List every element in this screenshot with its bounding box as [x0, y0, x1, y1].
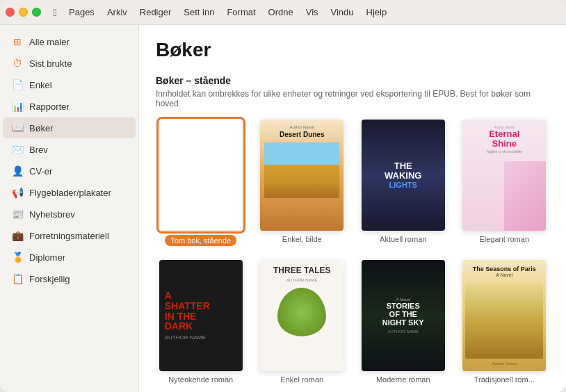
menu-format[interactable]: Format [221, 6, 261, 19]
megaphone-icon: 📢 [11, 186, 24, 199]
menu-sett-inn[interactable]: Sett inn [178, 6, 220, 19]
content-area: Bøker Bøker – stående Innholdet kan ombr… [139, 25, 566, 392]
menu-pages[interactable]: Pages [63, 6, 100, 19]
template-nytenkende-roman[interactable]: ASHATTERIN THEDARK AUTHOR NAME Nytenkend… [156, 260, 246, 384]
template-cover-tom-bok[interactable] [159, 120, 243, 231]
sidebar-item-alle-maler[interactable]: ⊞ Alle maler [3, 31, 136, 52]
template-cover-enkel-bilde[interactable]: Author Name Desert Dunes [260, 120, 343, 231]
menu-bar-items: Pages Arkiv Rediger Sett inn Format Ordn… [63, 6, 392, 19]
three-title: THREE TALES [273, 266, 330, 275]
template-cover-enkel-roman[interactable]: THREE TALES AUTHOR NAME [260, 260, 343, 371]
menu-rediger[interactable]: Rediger [134, 6, 177, 19]
section-desc: Innholdet kan ombrekkes for ulike enhete… [156, 89, 549, 108]
template-cover-elegant-roman[interactable]: Author Name EternalShine Tagline or shor… [462, 120, 546, 231]
seasons-title: The Seasons of Paris [473, 266, 536, 272]
template-grid-row2: ASHATTERIN THEDARK AUTHOR NAME Nytenkend… [156, 260, 549, 384]
template-label-enkel-roman: Enkel roman [280, 375, 323, 384]
template-label-nytenkende-roman: Nytenkende roman [168, 375, 233, 384]
template-label-enkel-bilde: Enkel, bilde [282, 235, 322, 243]
seasons-cover: The Seasons of Paris A Novel Author Name [462, 260, 546, 371]
misc-icon: 📋 [11, 272, 24, 285]
waking-title: THE WAKING LIGHTS [385, 161, 421, 190]
close-button[interactable] [6, 8, 15, 17]
grid-icon: ⊞ [11, 35, 24, 48]
template-enkel-roman[interactable]: THREE TALES AUTHOR NAME Enkel roman [257, 260, 348, 384]
sidebar-item-forretnings[interactable]: 💼 Forretningsmateriell [3, 225, 136, 246]
seasons-author: Author Name [492, 361, 517, 366]
template-cover-aktuell-roman[interactable]: THE WAKING LIGHTS [362, 120, 445, 231]
desert-cover: Author Name Desert Dunes [260, 120, 343, 231]
section-header: Bøker – stående Innholdet kan ombrekkes … [156, 75, 549, 108]
shatter-title: ASHATTERIN THEDARK [165, 291, 210, 332]
envelope-icon: ✉️ [11, 143, 24, 156]
template-label-tradisjonell-roman: Tradisjonell rom... [474, 375, 535, 384]
sidebar-item-boker[interactable]: 📖 Bøker [3, 117, 136, 138]
page-title: Bøker [156, 39, 549, 61]
menu-vindu[interactable]: Vindu [325, 6, 359, 19]
apple-icon[interactable]:  [49, 7, 60, 18]
menu-vis[interactable]: Vis [300, 6, 324, 19]
template-tom-bok[interactable]: Tom bok, stående [156, 120, 246, 246]
sidebar: ⊞ Alle maler ⏱ Sist brukte 📄 Enkel 📊 Rap… [0, 25, 139, 392]
shatter-cover: ASHATTERIN THEDARK AUTHOR NAME [159, 260, 243, 371]
desert-title: Desert Dunes [280, 131, 324, 138]
template-tradisjonell-roman[interactable]: The Seasons of Paris A Novel Author Name… [460, 260, 550, 384]
desert-author: Author Name [290, 125, 314, 129]
sidebar-item-nyhetsbrev[interactable]: 📰 Nyhetsbrev [3, 204, 136, 224]
waking-cover: THE WAKING LIGHTS [362, 120, 445, 231]
stories-cover: A Novel STORIESOF THENIGHT SKY AUTHOR NA… [362, 260, 445, 371]
seasons-subtitle: A Novel [496, 272, 512, 277]
maximize-button[interactable] [32, 8, 41, 17]
briefcase-icon: 💼 [11, 229, 24, 242]
menu-hjelp[interactable]: Hjelp [361, 6, 393, 19]
minimize-button[interactable] [19, 8, 28, 17]
stories-author: AUTHOR NAME [388, 329, 419, 334]
chart-icon: 📊 [11, 100, 24, 113]
sidebar-item-brev[interactable]: ✉️ Brev [3, 139, 136, 160]
template-moderne-roman[interactable]: A Novel STORIESOF THENIGHT SKY AUTHOR NA… [358, 260, 448, 384]
main-area: ⊞ Alle maler ⏱ Sist brukte 📄 Enkel 📊 Rap… [0, 25, 566, 392]
three-author: AUTHOR NAME [286, 278, 317, 282]
sidebar-item-flygeblader[interactable]: 📢 Flygeblader/plakater [3, 182, 136, 203]
template-cover-tradisjonell-roman[interactable]: The Seasons of Paris A Novel Author Name [462, 260, 546, 371]
template-label-aktuell-roman: Aktuell roman [380, 235, 426, 243]
blank-cover [159, 120, 243, 231]
sidebar-item-cv-er[interactable]: 👤 CV-er [3, 161, 136, 181]
sidebar-item-sist-brukte[interactable]: ⏱ Sist brukte [3, 53, 136, 74]
template-label-moderne-roman: Moderne roman [376, 375, 430, 384]
book-icon: 📖 [11, 122, 24, 134]
template-label-elegant-roman: Elegant roman [479, 235, 529, 243]
stories-title: STORIESOF THENIGHT SKY [382, 302, 424, 327]
elegant-bg [504, 161, 546, 231]
traffic-lights [6, 8, 41, 17]
template-cover-moderne-roman[interactable]: A Novel STORIESOF THENIGHT SKY AUTHOR NA… [362, 260, 445, 371]
desert-image [264, 142, 339, 198]
sidebar-item-rapporter[interactable]: 📊 Rapporter [3, 96, 136, 117]
sidebar-item-forskjellig[interactable]: 📋 Forskjellig [3, 268, 136, 289]
egg-image [277, 288, 326, 336]
shatter-author: AUTHOR NAME [165, 334, 206, 341]
template-elegant-roman[interactable]: Author Name EternalShine Tagline or shor… [460, 120, 550, 246]
award-icon: 🏅 [11, 251, 24, 263]
elegant-tagline: Tagline or short subtitle [487, 149, 522, 154]
template-label-tom-bok: Tom bok, stående [165, 235, 236, 246]
sidebar-item-enkel[interactable]: 📄 Enkel [3, 74, 136, 95]
menubar:  Pages Arkiv Rediger Sett inn Format Or… [0, 0, 566, 25]
template-enkel-bilde[interactable]: Author Name Desert Dunes Enkel, bilde [257, 120, 348, 246]
elegant-title: EternalShine [489, 129, 519, 149]
sidebar-item-diplomer[interactable]: 🏅 Diplomer [3, 247, 136, 268]
newspaper-icon: 📰 [11, 208, 24, 220]
elegant-cover: Author Name EternalShine Tagline or shor… [462, 120, 546, 231]
template-grid-row1: Tom bok, stående Author Name Desert Dune… [156, 120, 549, 246]
app-window:  Pages Arkiv Rediger Sett inn Format Or… [0, 0, 566, 392]
menu-ordne[interactable]: Ordne [263, 6, 299, 19]
section-title: Bøker – stående [156, 75, 549, 86]
template-cover-nytenkende-roman[interactable]: ASHATTERIN THEDARK AUTHOR NAME [159, 260, 243, 371]
menu-arkiv[interactable]: Arkiv [102, 6, 133, 19]
clock-icon: ⏱ [11, 57, 24, 70]
person-icon: 👤 [11, 165, 24, 177]
template-aktuell-roman[interactable]: THE WAKING LIGHTS Aktuell roman [358, 120, 448, 246]
doc-icon: 📄 [11, 79, 24, 91]
three-cover: THREE TALES AUTHOR NAME [260, 260, 343, 371]
